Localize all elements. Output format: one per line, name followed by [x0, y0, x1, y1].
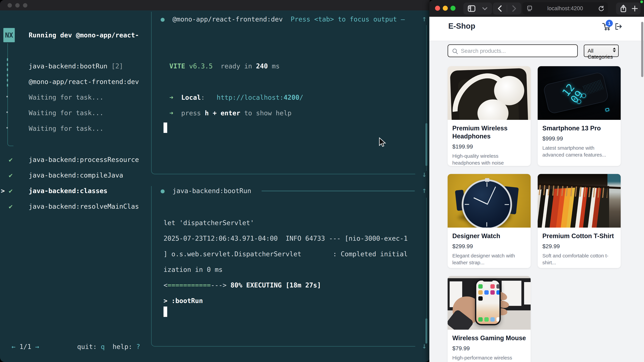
terminal-cursor: [164, 307, 167, 317]
output-panel-frontend[interactable]: [151, 12, 415, 174]
waiting-bullet: [6, 127, 8, 129]
terminal-minimize-button[interactable]: [15, 3, 20, 7]
product-price: $999.99: [542, 135, 616, 142]
selected-task-pointer-icon: >: [1, 187, 5, 195]
chevron-down-icon[interactable]: [482, 7, 488, 10]
pager-label: 1/1: [20, 343, 31, 351]
eshop-header: E-Shop 1: [429, 17, 644, 41]
action-button-group: [616, 2, 641, 14]
bootrun-log-line: let 'dispatcherServlet': [164, 219, 254, 227]
panel-frontend-scroll-thumb[interactable]: [426, 123, 427, 166]
search-placeholder: Search products...: [461, 48, 506, 54]
sidebar-toggle-icon[interactable]: [468, 5, 476, 12]
terminal-titlebar[interactable]: [0, 0, 430, 10]
task-tree-dot: [7, 63, 8, 66]
product-description: Soft and comfortable cotton t-shirt...: [542, 252, 616, 266]
logout-icon[interactable]: [614, 23, 622, 30]
select-spinner-icon: [613, 48, 616, 52]
category-select[interactable]: All Categories: [584, 44, 619, 57]
waiting-task-row: Waiting for task...: [29, 93, 104, 102]
product-card[interactable]: 1209 Smartphone 13 Pro $999.99 Latest sm…: [538, 66, 621, 166]
scroll-down-icon[interactable]: ↓: [422, 170, 427, 179]
tshirt-aisle-art: [608, 174, 621, 228]
panel-bootrun-scroll-thumb[interactable]: [426, 319, 427, 344]
terminal-zoom-button[interactable]: [23, 3, 27, 7]
watch-face-art: [462, 179, 512, 228]
product-title[interactable]: Designer Watch: [452, 232, 526, 240]
sidebar-task-processresource[interactable]: java-backend:processResource: [29, 155, 139, 164]
terminal-window: NX Running dev @mono-app/react- java-bac…: [0, 0, 430, 362]
mouse-cursor: [379, 137, 386, 147]
product-title[interactable]: Smartphone 13 Pro: [542, 124, 616, 132]
sidebar-task-frontend-dev[interactable]: @mono-app/react-frontend:dev: [29, 77, 139, 86]
product-description: Latest smartphone with advanced camera f…: [542, 144, 616, 158]
sidebar-button-group: [464, 2, 492, 14]
product-title[interactable]: Premium Wireless Headphones: [452, 124, 526, 140]
check-icon: ✔: [9, 155, 12, 164]
task-name: java-backend:bootRun: [29, 62, 108, 70]
terminal-close-button[interactable]: [8, 3, 12, 7]
nx-logo: NX: [3, 28, 15, 42]
address-bar[interactable]: localhost:4200: [522, 2, 608, 14]
forward-icon[interactable]: [512, 5, 516, 12]
task-badge: [108, 62, 111, 70]
safari-minimize-button[interactable]: [443, 6, 448, 11]
waiting-task-row: Waiting for task...: [29, 109, 104, 117]
vite-help-line: ➜ press h + enter to show help: [170, 109, 292, 117]
vite-ready-line: VITE v6.3.5 ready in 240 ms: [170, 62, 280, 70]
product-card[interactable]: Wireless Gaming Mouse $79.99 High-perfor…: [448, 276, 531, 362]
product-title[interactable]: Premium Cotton T-Shirt: [542, 232, 616, 240]
vite-local-url-line[interactable]: ➜ Local: http://localhost:4200/: [170, 93, 303, 102]
search-input[interactable]: Search products...: [448, 44, 578, 57]
pager-next-icon[interactable]: →: [35, 343, 39, 351]
product-description: Elegant designer watch with leather stra…: [452, 252, 526, 266]
phone-body-art: 1209: [542, 71, 609, 114]
bootrun-log-line: ization in 0 ms: [164, 265, 222, 274]
safari-close-button[interactable]: [435, 6, 440, 11]
task-tree-dot: [7, 74, 8, 76]
waiting-bullet: [6, 96, 8, 97]
product-price: $199.99: [452, 143, 526, 150]
cart-count-badge: 1: [606, 20, 613, 27]
task-count-badge: [2]: [111, 62, 123, 70]
product-title[interactable]: Wireless Gaming Mouse: [452, 334, 526, 342]
task-tree-dot: [7, 68, 8, 71]
sidebar-task-compilejava[interactable]: java-backend:compileJava: [29, 171, 123, 180]
back-icon[interactable]: [498, 5, 502, 12]
product-card[interactable]: Premium Cotton T-Shirt $29.99 Soft and c…: [538, 174, 621, 268]
eshop-page: E-Shop 1 Search products... All Categori…: [429, 17, 644, 362]
search-icon: [452, 48, 458, 55]
sidebar-task-resolvemainclas[interactable]: java-backend:resolveMainClas: [29, 202, 139, 211]
task-tree-corner: [8, 141, 14, 146]
share-icon[interactable]: [620, 5, 627, 12]
panel-frontend-header[interactable]: ● @mono-app/react-frontend:dev Press <ta…: [161, 15, 405, 24]
product-price: $79.99: [452, 345, 526, 352]
task-tree-dot: [7, 79, 8, 81]
panel-bootrun-header[interactable]: ● java-backend:bootRun: [161, 187, 251, 195]
sidebar-task-classes-selected[interactable]: java-backend:classes: [29, 187, 108, 195]
quit-label: quit:: [77, 343, 97, 351]
phone-icon-art: [605, 108, 609, 112]
check-icon: ✔: [9, 171, 12, 180]
new-tab-plus-icon[interactable]: [632, 5, 638, 12]
product-image-mouse: [448, 276, 531, 330]
pager-prev-icon[interactable]: ←: [12, 343, 16, 351]
scroll-up-icon[interactable]: ↑: [422, 186, 427, 195]
help-label: help:: [112, 343, 132, 351]
url-text[interactable]: localhost:4200: [522, 5, 608, 11]
safari-zoom-button[interactable]: [450, 6, 456, 11]
page-scrollbar-thumb[interactable]: [641, 22, 643, 77]
product-card[interactable]: Premium Wireless Headphones $199.99 High…: [448, 66, 531, 166]
check-icon: ✔: [9, 187, 12, 195]
terminal-keybar: quit: q help: ?: [77, 343, 140, 351]
sidebar-task-bootrun[interactable]: java-backend:bootRun [2]: [29, 62, 123, 70]
scroll-up-icon[interactable]: ↑: [422, 14, 427, 23]
product-card[interactable]: Designer Watch $299.99 Elegant designer …: [448, 174, 531, 268]
quit-key: q: [101, 343, 105, 351]
product-image-smartphone: 1209: [538, 66, 621, 120]
panel-bootrun-header-rule: [262, 191, 415, 191]
reload-icon[interactable]: [598, 5, 604, 11]
eshop-brand[interactable]: E-Shop: [448, 21, 475, 30]
safari-toolbar[interactable]: localhost:4200: [429, 0, 644, 17]
task-pager[interactable]: ← 1/1 →: [12, 343, 39, 351]
